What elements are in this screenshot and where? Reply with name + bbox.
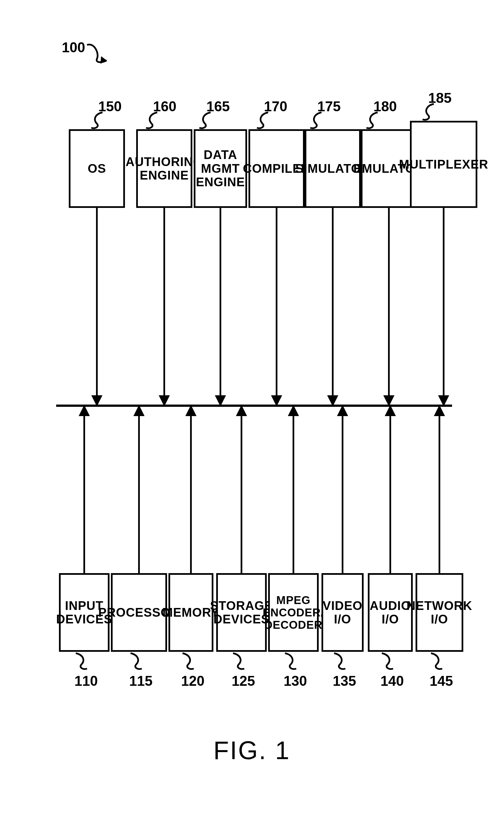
svg-marker-20 bbox=[187, 407, 195, 415]
box-simulator: SIMULATOR bbox=[305, 129, 361, 208]
svg-marker-28 bbox=[386, 407, 395, 415]
diagram-canvas: 100 150 OS 160 AUTHORING ENGINE 165 DATA… bbox=[0, 0, 504, 833]
svg-marker-22 bbox=[237, 407, 246, 415]
label-mpeg: MPEG ENCODER/ DECODER bbox=[262, 594, 324, 631]
label-video: VIDEO I/O bbox=[323, 599, 362, 626]
label-os: OS bbox=[87, 162, 106, 175]
label-audio: AUDIO I/O bbox=[370, 599, 411, 626]
box-authoring: AUTHORING ENGINE bbox=[136, 129, 192, 208]
arrow-multiplexer bbox=[437, 208, 451, 407]
box-multiplexer: MULTIPLEXER bbox=[410, 121, 477, 208]
squig-110 bbox=[69, 652, 97, 671]
arrow-audio bbox=[383, 407, 397, 575]
box-network: NETWORK I/O bbox=[415, 573, 463, 652]
arrow-datamgmt bbox=[213, 208, 227, 407]
squig-175 bbox=[303, 111, 331, 130]
arrow-authoring bbox=[157, 208, 171, 407]
squig-185 bbox=[415, 102, 444, 122]
arrow-emulator bbox=[382, 208, 396, 407]
figure-label: FIG. 1 bbox=[213, 736, 290, 765]
ref-130: 130 bbox=[284, 673, 307, 689]
label-network: NETWORK I/O bbox=[407, 599, 472, 626]
svg-marker-26 bbox=[338, 407, 347, 415]
system-ref: 100 bbox=[62, 39, 85, 56]
arrow-video bbox=[335, 407, 350, 575]
squig-140 bbox=[375, 652, 403, 671]
ref-120: 120 bbox=[181, 673, 204, 689]
arrow-os bbox=[90, 208, 104, 407]
box-mpeg: MPEG ENCODER/ DECODER bbox=[268, 573, 319, 652]
svg-marker-24 bbox=[289, 407, 298, 415]
ref-145: 145 bbox=[430, 673, 453, 689]
ref-110: 110 bbox=[74, 673, 98, 689]
arrow-compiler bbox=[270, 208, 284, 407]
arrow-storage bbox=[234, 407, 249, 575]
ref-125: 125 bbox=[232, 673, 255, 689]
squig-165 bbox=[192, 111, 220, 130]
squig-170 bbox=[250, 111, 278, 130]
ref-115: 115 bbox=[129, 673, 152, 689]
box-storage: STORAGE DEVICES bbox=[216, 573, 267, 652]
svg-marker-12 bbox=[385, 396, 393, 405]
system-ref-squiggle bbox=[84, 41, 118, 66]
squig-150 bbox=[84, 111, 112, 130]
squig-160 bbox=[139, 111, 167, 130]
svg-marker-16 bbox=[80, 407, 89, 415]
box-os: OS bbox=[69, 129, 125, 208]
squig-130 bbox=[278, 652, 306, 671]
squig-135 bbox=[327, 652, 355, 671]
svg-marker-4 bbox=[160, 396, 169, 405]
svg-marker-14 bbox=[439, 396, 448, 405]
squig-145 bbox=[424, 652, 452, 671]
label-datamgmt: DATA MGMT ENGINE bbox=[196, 148, 245, 189]
squig-115 bbox=[124, 652, 152, 671]
label-authoring: AUTHORING ENGINE bbox=[126, 155, 203, 182]
arrow-processor bbox=[132, 407, 146, 575]
squig-120 bbox=[175, 652, 204, 671]
box-audio: AUDIO I/O bbox=[368, 573, 413, 652]
squig-180 bbox=[359, 111, 387, 130]
box-datamgmt: DATA MGMT ENGINE bbox=[194, 129, 247, 208]
ref-140: 140 bbox=[380, 673, 404, 689]
box-memory: MEMORY bbox=[169, 573, 213, 652]
ref-135: 135 bbox=[333, 673, 356, 689]
svg-marker-18 bbox=[135, 407, 143, 415]
arrow-mpeg bbox=[286, 407, 300, 575]
svg-marker-2 bbox=[93, 396, 101, 405]
squig-125 bbox=[226, 652, 254, 671]
label-multiplexer: MULTIPLEXER bbox=[399, 158, 488, 171]
svg-marker-10 bbox=[329, 396, 337, 405]
arrow-simulator bbox=[326, 208, 340, 407]
arrow-network bbox=[432, 407, 447, 575]
svg-marker-30 bbox=[435, 407, 444, 415]
box-video: VIDEO I/O bbox=[322, 573, 363, 652]
svg-marker-8 bbox=[272, 396, 281, 405]
arrow-memory bbox=[184, 407, 198, 575]
svg-marker-6 bbox=[216, 396, 225, 405]
box-processor: PROCESSOR bbox=[111, 573, 167, 652]
svg-marker-0 bbox=[101, 56, 107, 64]
arrow-input bbox=[77, 407, 91, 575]
